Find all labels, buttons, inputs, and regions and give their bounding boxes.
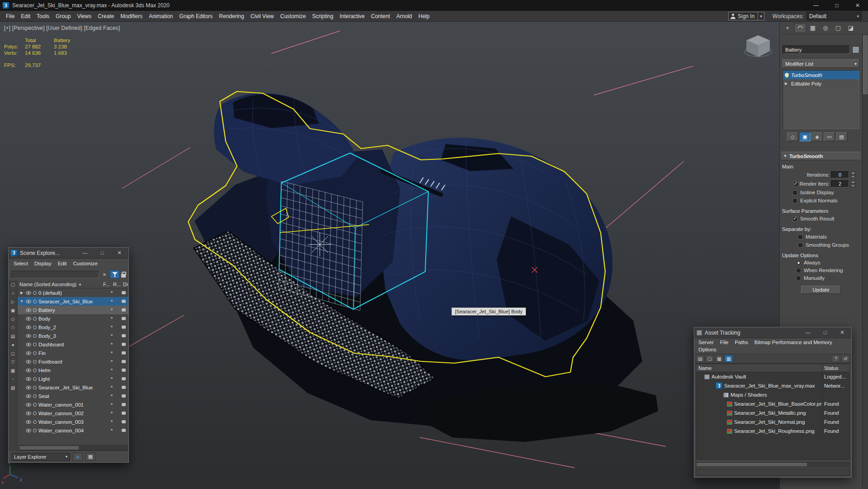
tree-row-body[interactable]: Body* <box>18 314 128 323</box>
sign-in-button[interactable]: Sign In ▾ <box>728 12 764 20</box>
eye-icon[interactable] <box>26 429 31 432</box>
explorer-mode-dropdown[interactable]: Layer Explorer ▾ <box>11 453 70 461</box>
tool-icon-12[interactable]: ▫ <box>9 376 16 383</box>
expand-icon[interactable]: ▶ <box>785 82 789 86</box>
tree-row-seat[interactable]: Seat* <box>18 392 128 400</box>
when-rendering-radio[interactable] <box>796 268 801 273</box>
render-iters-checkbox[interactable]: ✓ <box>793 182 798 187</box>
tool-icon-8[interactable]: ● <box>9 341 16 348</box>
tool-icon-7[interactable]: ▤ <box>9 333 16 340</box>
menu-tools[interactable]: Tools <box>33 13 52 19</box>
iterations-field[interactable]: 0 <box>831 171 849 178</box>
asset-row-basecolor[interactable]: Searacer_Jet_Ski_Blue_BaseColor.pngFound <box>696 399 849 408</box>
render-iters-spinner[interactable]: ▲▼ <box>850 180 856 187</box>
render-icon[interactable] <box>122 300 126 303</box>
menu-scripting[interactable]: Scripting <box>309 13 337 19</box>
object-name-field[interactable]: Battery <box>783 45 850 54</box>
eye-icon[interactable] <box>26 291 31 295</box>
refresh-icon[interactable]: ↺ <box>841 355 849 362</box>
close-icon[interactable]: ✕ <box>115 250 123 256</box>
eye-icon[interactable] <box>26 394 31 398</box>
eye-icon[interactable] <box>26 386 31 389</box>
horizontal-scrollbar[interactable] <box>696 462 850 467</box>
asset-row-max-file[interactable]: 3Searacer_Jet_Ski_Blue_max_vray.maxNetwo… <box>696 381 849 390</box>
minimize-icon[interactable]: — <box>81 250 89 256</box>
render-icon[interactable] <box>122 291 126 294</box>
tree-row-body2[interactable]: Body_2* <box>18 323 128 331</box>
menu-graph-editors[interactable]: Graph Editors <box>176 13 216 19</box>
viewcube[interactable] <box>745 35 772 57</box>
menu-edit[interactable]: Edit <box>18 13 33 19</box>
clear-search-icon[interactable]: ✕ <box>101 272 108 277</box>
asset-row-maps-shaders[interactable]: Maps / Shaders <box>696 390 849 399</box>
menu-modifiers[interactable]: Modifiers <box>117 13 146 19</box>
menu-arnold[interactable]: Arnold <box>393 13 415 19</box>
eye-icon[interactable] <box>26 343 31 346</box>
menu-options[interactable]: Options <box>695 346 720 353</box>
materials-checkbox[interactable]: ✓ <box>798 235 803 240</box>
modify-tab[interactable]: ◠ <box>794 23 806 33</box>
hierarchy-tab[interactable]: ▦ <box>807 23 819 33</box>
object-color-swatch[interactable] <box>852 46 859 53</box>
eye-icon[interactable] <box>26 308 31 312</box>
maximize-button[interactable]: □ <box>826 0 847 11</box>
minimize-button[interactable]: — <box>806 0 826 11</box>
viewport-label[interactable]: [+] [Perspective] [User Defined] [Edged … <box>4 25 120 31</box>
menu-display[interactable]: Display <box>31 261 55 266</box>
menu-interactive[interactable]: Interactive <box>337 13 368 19</box>
tool-icon-5[interactable]: ◇ <box>9 316 16 322</box>
render-iters-field[interactable]: 2 <box>831 180 849 187</box>
menu-server[interactable]: Server <box>695 339 717 346</box>
close-icon[interactable]: ✕ <box>838 330 846 336</box>
eye-icon[interactable] <box>26 317 31 321</box>
asset-tracking-title-bar[interactable]: Asset Tracking — □ ✕ <box>694 327 851 338</box>
remove-modifier-button[interactable]: ▭ <box>824 132 835 141</box>
render-icon[interactable] <box>122 326 126 329</box>
tree-row-searacer-group[interactable]: ▼Searacer_Jet_Ski_Blue* <box>18 297 128 306</box>
render-icon[interactable] <box>122 386 126 389</box>
render-icon[interactable] <box>122 369 126 372</box>
modifier-enabled-icon[interactable] <box>785 73 789 77</box>
menu-bitmap-performance[interactable]: Bitmap Performance and Memory <box>751 339 835 346</box>
modifier-stack-item-editable-poly[interactable]: ▶ Editable Poly <box>783 79 859 88</box>
command-panel-scrollbar[interactable] <box>862 34 868 489</box>
maximize-icon[interactable]: □ <box>98 250 106 256</box>
toolbar-icon-4[interactable]: ▥ <box>725 355 733 362</box>
tool-icon-11[interactable]: ▦ <box>9 367 16 374</box>
menu-customize[interactable]: Customize <box>70 261 101 266</box>
display-tab[interactable]: ▢ <box>832 23 844 33</box>
search-input[interactable] <box>11 271 99 278</box>
configure-modifier-sets-button[interactable]: ▤ <box>836 132 847 141</box>
isoline-display-checkbox[interactable]: ✓ <box>792 190 797 195</box>
menu-paths[interactable]: Paths <box>731 339 751 346</box>
tool-icon-13[interactable]: ▧ <box>9 384 16 391</box>
always-radio[interactable] <box>796 260 801 265</box>
render-icon[interactable] <box>122 351 126 355</box>
asset-row-roughness[interactable]: Searacer_Jet_Ski_Roughness.pngFound <box>696 427 849 436</box>
eye-icon[interactable] <box>26 377 31 381</box>
create-tab[interactable]: + <box>782 23 793 33</box>
show-end-result-button[interactable]: ▣ <box>799 132 811 141</box>
tree-row-footboard[interactable]: Footboard* <box>18 357 128 366</box>
menu-edit[interactable]: Edit <box>55 261 70 266</box>
tree-row-helm[interactable]: Helm* <box>18 366 128 374</box>
maximize-icon[interactable]: □ <box>821 330 829 336</box>
tree-column-headers[interactable]: Name (Sorted Ascending)▲ F... R... Di <box>18 280 128 288</box>
tree-row-light[interactable]: Light* <box>18 374 128 383</box>
eye-icon[interactable] <box>26 334 31 338</box>
smooth-result-checkbox[interactable]: ✓ <box>792 216 797 221</box>
render-icon[interactable] <box>122 343 126 346</box>
eye-icon[interactable] <box>26 326 31 329</box>
tool-icon-10[interactable]: ▽ <box>9 359 16 365</box>
tree-row-water-cannon-003[interactable]: Water_cannon_003* <box>18 417 128 426</box>
render-icon[interactable] <box>122 377 126 380</box>
modifier-list-dropdown[interactable]: Modifier List ▾ <box>783 59 859 68</box>
tree-row-water-cannon-004[interactable]: Water_cannon_004* <box>18 426 128 435</box>
menu-group[interactable]: Group <box>52 13 74 19</box>
tree-row-dashboard[interactable]: Dashboard* <box>18 340 128 349</box>
eye-icon[interactable] <box>26 360 31 364</box>
menu-content[interactable]: Content <box>368 13 393 19</box>
iterations-spinner[interactable]: ▲▼ <box>850 171 856 178</box>
render-icon[interactable] <box>122 403 126 406</box>
render-icon[interactable] <box>122 308 126 312</box>
